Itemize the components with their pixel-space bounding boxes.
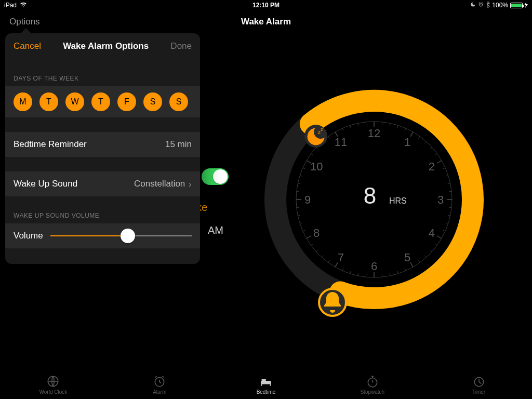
svg-line-16 <box>448 183 450 184</box>
bedtime-reminder-row[interactable]: Bedtime Reminder 15 min <box>5 132 200 157</box>
svg-line-4 <box>382 122 382 125</box>
days-of-week-row: MTWTFSS <box>5 86 200 117</box>
svg-line-39 <box>328 260 330 262</box>
svg-line-62 <box>366 122 366 125</box>
svg-line-12 <box>435 154 437 155</box>
svg-line-60 <box>350 125 351 128</box>
svg-line-59 <box>342 128 343 131</box>
alarm-status-icon <box>478 2 484 9</box>
tab-timer[interactable]: Timer <box>425 370 532 399</box>
svg-line-19 <box>449 207 451 208</box>
day-toggle-6[interactable]: S <box>169 92 188 111</box>
svg-text:4: 4 <box>429 227 435 240</box>
svg-rect-81 <box>270 384 271 385</box>
dnd-icon <box>470 2 476 9</box>
svg-line-13 <box>437 161 442 163</box>
volume-row: Volume <box>5 223 200 248</box>
svg-line-5 <box>390 123 390 126</box>
tab-bedtime[interactable]: Bedtime <box>213 370 320 399</box>
svg-line-41 <box>316 250 318 251</box>
wake-handle[interactable] <box>318 288 347 317</box>
svg-line-36 <box>350 271 351 274</box>
day-toggle-2[interactable]: W <box>65 92 84 111</box>
svg-line-26 <box>424 256 426 258</box>
svg-line-28 <box>410 262 413 267</box>
svg-line-50 <box>298 183 300 184</box>
days-of-week-label: DAYS OF THE WEEK <box>5 59 200 86</box>
tab-label: World Clock <box>39 389 68 395</box>
svg-line-47 <box>297 207 299 208</box>
svg-line-57 <box>328 137 330 139</box>
svg-text:6: 6 <box>371 260 377 273</box>
svg-line-43 <box>307 236 311 238</box>
bedtime-handle[interactable]: zz <box>304 125 327 148</box>
svg-line-24 <box>435 244 437 245</box>
day-toggle-3[interactable]: T <box>91 92 110 111</box>
svg-text:5: 5 <box>404 251 410 264</box>
svg-line-35 <box>358 273 358 276</box>
svg-line-21 <box>446 223 448 224</box>
svg-line-51 <box>300 176 302 177</box>
tab-world-clock[interactable]: World Clock <box>0 370 107 399</box>
nav-bar: Options Wake Alarm <box>0 10 532 33</box>
bedtime-enable-toggle[interactable] <box>202 168 229 185</box>
svg-text:8: 8 <box>313 227 320 240</box>
svg-text:7: 7 <box>338 251 344 264</box>
tab-label: Alarm <box>153 389 166 395</box>
main-content: ke AM 121234567891011 8 HRS zz Cancel <box>0 33 532 370</box>
bedtime-reminder-label: Bedtime Reminder <box>14 139 87 150</box>
volume-slider[interactable] <box>50 235 192 236</box>
svg-line-7 <box>405 128 406 131</box>
svg-line-29 <box>405 268 406 271</box>
svg-text:1: 1 <box>404 136 410 149</box>
wake-up-sound-row[interactable]: Wake Up Sound Constellation › <box>5 171 200 196</box>
done-button[interactable]: Done <box>170 41 192 51</box>
svg-line-44 <box>303 230 305 231</box>
svg-line-14 <box>443 168 445 169</box>
tab-label: Stopwatch <box>360 389 384 395</box>
options-popover: Cancel Wake Alarm Options Done DAYS OF T… <box>5 33 200 264</box>
svg-text:3: 3 <box>437 193 444 206</box>
options-button[interactable]: Options <box>9 17 40 27</box>
svg-text:12: 12 <box>368 127 380 140</box>
tab-alarm[interactable]: Alarm <box>107 370 213 399</box>
tab-bar: World ClockAlarmBedtimeStopwatchTimer <box>0 370 532 399</box>
svg-line-42 <box>311 244 313 245</box>
chevron-right-icon: › <box>188 178 192 190</box>
svg-rect-79 <box>261 380 271 384</box>
svg-line-45 <box>300 223 302 224</box>
svg-rect-80 <box>261 384 262 385</box>
cancel-button[interactable]: Cancel <box>14 41 41 51</box>
dial-hours: 8 <box>364 183 376 208</box>
tab-stopwatch[interactable]: Stopwatch <box>319 370 425 399</box>
sleep-dial[interactable]: 121234567891011 8 HRS zz <box>260 85 488 314</box>
svg-line-49 <box>297 191 299 192</box>
svg-line-52 <box>303 168 305 169</box>
svg-line-8 <box>410 132 413 137</box>
battery-percent: 100% <box>492 2 508 9</box>
wake-time-fragment: AM <box>208 224 223 236</box>
status-bar: iPad 12:10 PM 100% <box>0 0 532 10</box>
svg-line-32 <box>382 274 382 277</box>
svg-text:10: 10 <box>310 160 323 173</box>
svg-text:2: 2 <box>429 160 435 173</box>
svg-line-11 <box>430 148 432 149</box>
bluetooth-icon <box>486 2 490 9</box>
volume-section-label: WAKE UP SOUND VOLUME <box>5 196 200 223</box>
svg-line-9 <box>418 137 420 139</box>
svg-line-22 <box>443 230 445 231</box>
bedtime-reminder-value: 15 min <box>165 139 192 150</box>
svg-text:z: z <box>321 127 323 132</box>
svg-line-37 <box>342 268 343 271</box>
svg-line-20 <box>448 215 450 216</box>
day-toggle-5[interactable]: S <box>143 92 162 111</box>
day-toggle-1[interactable]: T <box>39 92 58 111</box>
day-toggle-4[interactable]: F <box>117 92 136 111</box>
volume-label: Volume <box>14 231 43 241</box>
battery-icon <box>510 2 528 9</box>
svg-rect-82 <box>261 379 266 380</box>
page-title: Wake Alarm <box>241 17 291 27</box>
day-toggle-0[interactable]: M <box>14 92 32 111</box>
svg-line-15 <box>446 176 448 177</box>
device-label: iPad <box>4 2 17 9</box>
